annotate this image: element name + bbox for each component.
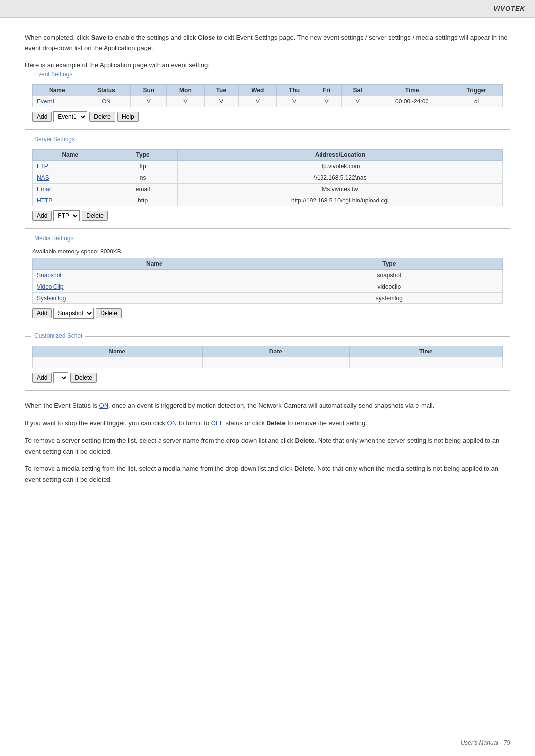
col-wed: Wed <box>238 84 276 96</box>
body-text-2: If you want to stop the event trigger, y… <box>25 418 510 428</box>
script-add-button[interactable]: Add <box>32 373 52 383</box>
script-table-body <box>33 357 503 368</box>
event-status-link[interactable]: ON <box>102 98 110 105</box>
server-col-type: Type <box>108 149 177 160</box>
media-delete-button[interactable]: Delete <box>96 308 122 318</box>
example-label: Here is an example of the Application pa… <box>25 61 510 69</box>
server-row-type: ftp <box>108 160 177 172</box>
event-row-mon: V <box>166 96 204 107</box>
server-table-row: NAS ns \\192.168.5.122\nas <box>33 172 503 183</box>
col-thu: Thu <box>276 84 312 96</box>
server-col-address: Address/Location <box>177 149 502 160</box>
script-controls-row: Add Delete <box>32 372 503 383</box>
event-dropdown[interactable]: Event1 <box>54 111 87 122</box>
media-name-link[interactable]: Video Clip <box>37 283 63 290</box>
intro-text-before-close: to enable the settings and click <box>106 34 198 41</box>
media-add-button[interactable]: Add <box>32 308 52 318</box>
event-row-tue: V <box>205 96 239 107</box>
media-settings-panel: Media Settings Available memory space: 8… <box>25 239 510 326</box>
col-sun: Sun <box>131 84 167 96</box>
intro-text-before-save: When completed, click <box>25 34 91 41</box>
server-name-link[interactable]: HTTP <box>37 197 52 204</box>
customized-script-title: Customized Script <box>31 332 85 339</box>
media-controls-row: Add Snapshot Delete <box>32 308 503 319</box>
server-dropdown[interactable]: FTP <box>54 210 80 221</box>
col-sat: Sat <box>341 84 374 96</box>
media-row-name: System log <box>33 292 276 303</box>
event-row-time: 00:00~24:00 <box>374 96 450 107</box>
col-status: Status <box>82 84 130 96</box>
server-col-name: Name <box>33 149 108 160</box>
script-col-date: Date <box>202 346 349 357</box>
event-table-header-row: Name Status Sun Mon Tue Wed Thu Fri Sat … <box>33 84 503 96</box>
media-table-row: System log systemlog <box>33 292 503 303</box>
intro-paragraph: When completed, click Save to enable the… <box>25 33 510 53</box>
event-table-row: Event1 ON V V V V V V V 00:00~24:00 di <box>33 96 503 107</box>
server-table-header-row: Name Type Address/Location <box>33 149 503 160</box>
event-row-thu: V <box>276 96 312 107</box>
col-tue: Tue <box>205 84 239 96</box>
media-name-link[interactable]: Snapshot <box>37 272 62 279</box>
media-row-type: videoclip <box>276 281 502 292</box>
on-link-2[interactable]: ON <box>167 419 177 427</box>
col-fri: Fri <box>312 84 341 96</box>
off-link[interactable]: OFF <box>211 419 224 427</box>
event-settings-panel: Event Settings Name Status Sun Mon Tue W… <box>25 75 510 130</box>
event-settings-inner: Name Status Sun Mon Tue Wed Thu Fri Sat … <box>25 75 510 129</box>
footer: User's Manual - 79 <box>461 739 510 746</box>
media-settings-title: Media Settings <box>31 235 76 242</box>
media-dropdown[interactable]: Snapshot <box>54 308 94 319</box>
server-row-type: http <box>108 195 177 206</box>
media-settings-inner: Available memory space: 8000KB Name Type… <box>25 239 510 326</box>
available-memory-text: Available memory space: 8000KB <box>32 248 503 255</box>
server-row-name: FTP <box>33 160 108 172</box>
script-delete-button[interactable]: Delete <box>70 373 97 383</box>
server-name-link[interactable]: Email <box>37 186 52 193</box>
media-name-link[interactable]: System log <box>37 295 66 302</box>
top-bar: VIVOTEK <box>0 0 535 18</box>
event-help-button[interactable]: Help <box>117 112 139 122</box>
page: VIVOTEK When completed, click Save to en… <box>0 0 535 756</box>
customized-script-table: Name Date Time <box>32 346 503 368</box>
server-table-row: HTTP http http://192.168.5.10/cgi-bin/up… <box>33 195 503 206</box>
event-delete-button[interactable]: Delete <box>89 112 115 122</box>
col-mon: Mon <box>166 84 204 96</box>
media-row-type: snapshot <box>276 269 502 281</box>
event-row-trigger: di <box>450 96 503 107</box>
server-delete-button[interactable]: Delete <box>82 211 108 221</box>
media-row-name: Video Clip <box>33 281 276 292</box>
script-col-time: Time <box>349 346 502 357</box>
event-row-name: Event1 <box>33 96 82 107</box>
server-name-link[interactable]: FTP <box>37 163 48 170</box>
server-row-address: Ms.vivotek.tw <box>177 183 502 195</box>
server-row-address: \\192.168.5.122\nas <box>177 172 502 183</box>
server-row-type: email <box>108 183 177 195</box>
event-add-button[interactable]: Add <box>32 112 52 122</box>
server-settings-table: Name Type Address/Location FTP ftp ftp.v… <box>32 149 503 206</box>
server-row-name: Email <box>33 183 108 195</box>
col-time: Time <box>374 84 450 96</box>
delete-bold-3: Delete <box>295 437 315 444</box>
event-controls-row: Add Event1 Delete Help <box>32 111 503 122</box>
media-row-type: systemlog <box>276 292 502 303</box>
main-content: When completed, click Save to enable the… <box>0 18 535 511</box>
server-table-row: Email email Ms.vivotek.tw <box>33 183 503 195</box>
server-row-address: ftp.vivotek.com <box>177 160 502 172</box>
server-row-address: http://192.168.5.10/cgi-bin/upload.cgi <box>177 195 502 206</box>
server-name-link[interactable]: NAS <box>37 174 49 181</box>
media-table-header-row: Name Type <box>33 258 503 269</box>
media-col-type: Type <box>276 258 502 269</box>
on-link-1[interactable]: ON <box>99 402 109 409</box>
customized-script-inner: Name Date Time Add <box>25 337 510 390</box>
delete-bold-2: Delete <box>267 419 286 427</box>
media-col-name: Name <box>33 258 276 269</box>
server-table-row: FTP ftp ftp.vivotek.com <box>33 160 503 172</box>
media-settings-table: Name Type Snapshot snapshot Video Clip v… <box>32 258 503 304</box>
event-settings-title: Event Settings <box>31 71 75 78</box>
event-row-status: ON <box>82 96 130 107</box>
script-dropdown[interactable] <box>54 372 68 383</box>
event-name-link[interactable]: Event1 <box>37 98 55 105</box>
event-row-fri: V <box>312 96 341 107</box>
event-settings-table: Name Status Sun Mon Tue Wed Thu Fri Sat … <box>32 84 503 107</box>
server-add-button[interactable]: Add <box>32 211 52 221</box>
